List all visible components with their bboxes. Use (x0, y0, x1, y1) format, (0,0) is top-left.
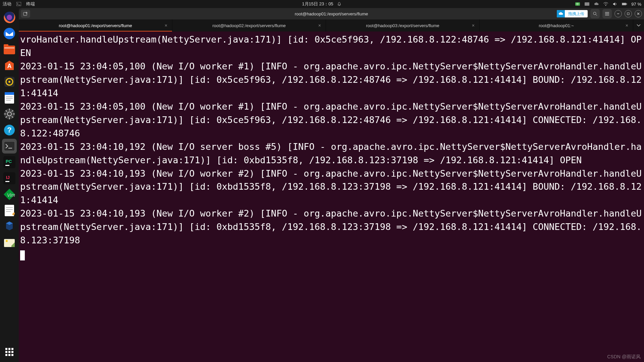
svg-text:IJ: IJ (6, 175, 10, 180)
upload-label: 拖拽上传 (565, 11, 588, 17)
svg-point-6 (605, 5, 606, 6)
close-icon[interactable]: × (318, 23, 321, 28)
upload-badge[interactable]: 拖拽上传 (557, 10, 588, 17)
system-topbar: 活动 终端 1月15日 23：05 中 97 % (0, 0, 644, 8)
tab-hadoop02-flume[interactable]: root@hadoop02:/export/servers/flume × (172, 19, 326, 32)
battery-icon[interactable] (622, 1, 627, 7)
dock-intellij[interactable]: IJ (2, 171, 17, 186)
wifi-icon[interactable] (603, 1, 608, 7)
close-icon[interactable]: × (626, 23, 628, 28)
clock-label[interactable]: 1月15日 23：05 (302, 1, 333, 7)
dock-firefox[interactable] (2, 10, 17, 25)
svg-rect-44 (5, 181, 9, 182)
close-button[interactable] (635, 10, 642, 17)
watermark: CSDN @雨诺风 (607, 354, 641, 360)
dock-screenshot[interactable] (2, 235, 17, 250)
tab-hadoop03-flume[interactable]: root@hadoop03:/export/servers/flume × (326, 19, 480, 32)
volume-icon[interactable] (612, 1, 618, 7)
svg-text:A: A (7, 63, 12, 69)
tab-hadoop01-home[interactable]: root@hadoop01:~ × (480, 19, 633, 32)
svg-text:?: ? (7, 126, 11, 134)
app-name-label: 终端 (26, 1, 35, 7)
maximize-button[interactable] (625, 10, 632, 17)
search-button[interactable] (590, 9, 600, 18)
terminal-app-icon (16, 1, 21, 7)
dock-pycharm[interactable]: PC (2, 155, 17, 170)
svg-rect-14 (4, 44, 8, 47)
tray-icon[interactable] (584, 1, 590, 7)
close-icon[interactable]: × (472, 23, 475, 28)
show-applications-button[interactable] (2, 345, 17, 359)
dock: A ? PC IJ Vim (0, 8, 19, 362)
svg-point-19 (8, 81, 10, 83)
tab-label: root@hadoop01:/export/servers/flume (59, 23, 132, 28)
battery-percent-label: 97 % (631, 2, 641, 7)
cursor (20, 250, 25, 260)
dock-help[interactable]: ? (2, 123, 17, 137)
dock-vim[interactable]: Vim (2, 187, 17, 202)
terminal-tabs: root@hadoop01:/export/servers/flume × ro… (19, 19, 644, 32)
cloud-upload-icon (557, 10, 565, 17)
terminal-text: vroHandler.handleUpstream(NettyServer.ja… (20, 34, 642, 245)
bell-icon[interactable] (337, 1, 342, 7)
svg-point-12 (4, 28, 15, 39)
dock-rhythmbox[interactable] (2, 74, 17, 89)
minimize-button[interactable] (614, 10, 622, 17)
window-title: root@hadoop01:/export/servers/flume (295, 11, 368, 16)
close-icon[interactable]: × (165, 23, 167, 28)
tabs-overflow-button[interactable] (633, 19, 644, 32)
terminal-window: root@hadoop01:/export/servers/flume 拖拽上传… (19, 8, 644, 362)
dock-files[interactable] (2, 42, 17, 57)
dock-writer[interactable] (2, 90, 17, 105)
cloud-tray-icon[interactable] (594, 1, 599, 7)
svg-text:中: 中 (576, 3, 579, 6)
dock-settings[interactable] (2, 107, 17, 121)
terminal-output[interactable]: vroHandler.handleUpstream(NettyServer.ja… (19, 32, 644, 362)
tab-hadoop01-flume[interactable]: root@hadoop01:/export/servers/flume × (19, 19, 172, 32)
dock-gedit[interactable] (2, 203, 17, 218)
dock-thunderbird[interactable] (2, 26, 17, 41)
input-method-icon[interactable]: 中 (575, 1, 580, 7)
new-tab-button[interactable] (21, 10, 30, 18)
svg-point-2 (339, 5, 340, 6)
svg-rect-15 (4, 48, 14, 48)
dock-terminal[interactable] (2, 139, 17, 154)
tab-label: root@hadoop02:/export/servers/flume (212, 23, 285, 28)
activities-button[interactable]: 活动 (3, 1, 11, 7)
tab-label: root@hadoop01:~ (539, 23, 574, 28)
svg-rect-41 (5, 165, 9, 166)
svg-rect-9 (627, 3, 627, 4)
svg-rect-37 (4, 141, 15, 151)
svg-rect-8 (622, 3, 626, 5)
dock-virtualbox[interactable] (2, 219, 17, 234)
tab-label: root@hadoop03:/export/servers/flume (366, 23, 439, 28)
svg-point-51 (6, 240, 8, 242)
svg-text:Vim: Vim (7, 192, 15, 198)
svg-rect-21 (5, 92, 14, 95)
hamburger-menu-button[interactable] (602, 9, 612, 18)
svg-rect-0 (16, 2, 21, 6)
dock-software[interactable]: A (2, 58, 17, 73)
svg-point-11 (7, 15, 12, 20)
svg-rect-5 (585, 2, 589, 6)
window-titlebar: root@hadoop01:/export/servers/flume 拖拽上传 (19, 8, 644, 19)
svg-rect-61 (627, 13, 629, 15)
apps-grid-icon (5, 348, 13, 356)
svg-line-56 (596, 14, 597, 16)
svg-text:PC: PC (6, 159, 12, 164)
svg-point-55 (593, 12, 596, 15)
